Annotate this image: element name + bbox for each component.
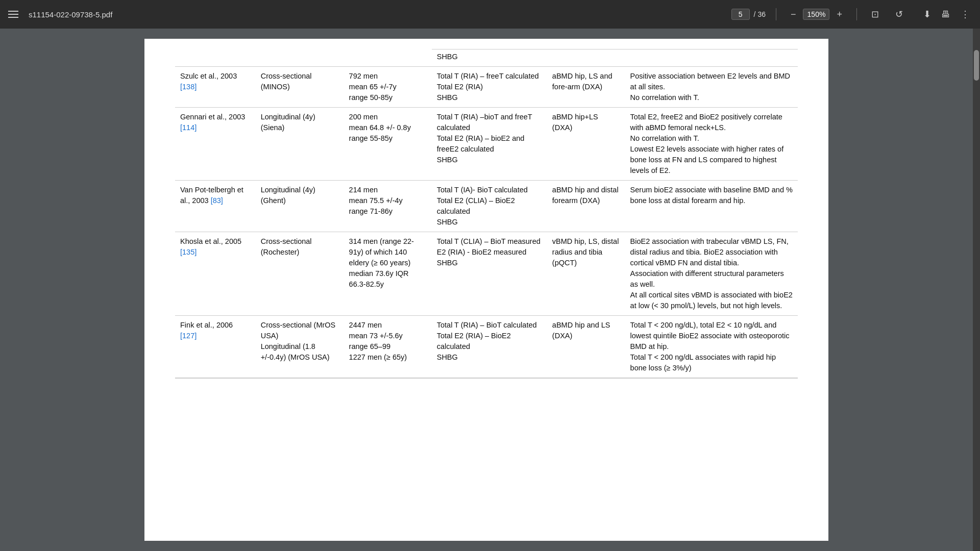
zoom-out-button[interactable]: −	[787, 7, 800, 22]
divider-1	[776, 8, 776, 20]
cell-bone-measure: aBMD hip and distal forearm (DXA)	[547, 181, 625, 232]
right-toolbar-icons: ⬇ 🖶 ⋮	[919, 7, 974, 22]
page-wrapper[interactable]: SHBG Szulc et al., 2003 [138] Cross-sect…	[0, 29, 973, 551]
cell-bone-measure: aBMD hip and LS (DXA)	[547, 316, 625, 378]
table-row: Szulc et al., 2003 [138] Cross-sectional…	[175, 67, 798, 108]
filename-label: s11154-022-09738-5.pdf	[29, 10, 112, 19]
zoom-input[interactable]	[803, 9, 829, 20]
content-area: SHBG Szulc et al., 2003 [138] Cross-sect…	[0, 29, 980, 551]
cell-population: 792 menmean 65 +/-7yrange 50-85y	[344, 67, 432, 108]
cell-findings: Positive association between E2 levels a…	[625, 67, 798, 108]
cell-bone-measure: aBMD hip+LS (DXA)	[547, 108, 625, 181]
cell-population: 314 men (range 22-91y) of which 140 elde…	[344, 232, 432, 316]
scrollbar[interactable]	[973, 29, 980, 551]
history-button[interactable]: ↺	[891, 7, 907, 22]
scrollbar-thumb[interactable]	[974, 50, 979, 81]
cell-study-partial	[256, 49, 344, 67]
cell-study-type: Longitudinal (4y) (Siena)	[256, 108, 344, 181]
table-row: Khosla et al., 2005 [135] Cross-sectiona…	[175, 232, 798, 316]
cell-study-type: Longitudinal (4y) (Ghent)	[256, 181, 344, 232]
zoom-controls: − +	[787, 7, 846, 22]
page-number-input[interactable]	[731, 9, 750, 20]
menu-button[interactable]	[6, 9, 20, 20]
cell-hormones: Total T (RIA) – freeT calculated Total E…	[432, 67, 547, 108]
cell-study-type: Cross-sectional (MrOS USA)Longitudinal (…	[256, 316, 344, 378]
table-row: Fink et al., 2006 [127] Cross-sectional …	[175, 316, 798, 378]
cell-ref: Gennari et al., 2003 [114]	[175, 108, 256, 181]
cell-study-type: Cross-sectional (MINOS)	[256, 67, 344, 108]
cell-ref: Khosla et al., 2005 [135]	[175, 232, 256, 316]
cell-ref: Fink et al., 2006 [127]	[175, 316, 256, 378]
cell-hormones: Total T (RIA) – BioT calculated Total E2…	[432, 316, 547, 378]
ref-link-127[interactable]: [127]	[180, 332, 197, 340]
cell-findings: Total E2, freeE2 and BioE2 positively co…	[625, 108, 798, 181]
cell-findings: Total T < 200 ng/dL), total E2 < 10 ng/d…	[625, 316, 798, 378]
cell-population: 200 menmean 64.8 +/- 0.8yrange 55-85y	[344, 108, 432, 181]
table-row-partial: SHBG	[175, 49, 798, 67]
cell-findings-partial	[625, 49, 798, 67]
pdf-page: SHBG Szulc et al., 2003 [138] Cross-sect…	[144, 39, 828, 541]
table-row: Van Pot-telbergh et al., 2003 [83] Longi…	[175, 181, 798, 232]
cell-findings: BioE2 association with trabecular vBMD L…	[625, 232, 798, 316]
page-separator: / 36	[754, 10, 766, 18]
cell-bone-partial	[547, 49, 625, 67]
ref-link-138[interactable]: [138]	[180, 83, 197, 91]
divider-2	[856, 8, 857, 20]
cell-ref: Van Pot-telbergh et al., 2003 [83]	[175, 181, 256, 232]
print-button[interactable]: 🖶	[937, 7, 954, 22]
ref-link-114[interactable]: [114]	[180, 123, 197, 132]
cell-ref: Szulc et al., 2003 [138]	[175, 67, 256, 108]
cell-findings: Serum bioE2 associate with baseline BMD …	[625, 181, 798, 232]
cell-hormones: Total T (CLIA) – BioT measured E2 (RIA) …	[432, 232, 547, 316]
cell-hormones: Total T (IA)- BioT calculated Total E2 (…	[432, 181, 547, 232]
page-navigation: / 36	[731, 9, 766, 20]
cell-population: 2447 menmean 73 +/-5.6yrange 65–991227 m…	[344, 316, 432, 378]
cell-hormones-partial: SHBG	[432, 49, 547, 67]
more-options-button[interactable]: ⋮	[957, 7, 974, 22]
download-button[interactable]: ⬇	[919, 7, 935, 22]
cell-study-type: Cross-sectional (Rochester)	[256, 232, 344, 316]
research-table: SHBG Szulc et al., 2003 [138] Cross-sect…	[175, 49, 798, 378]
cell-pop-partial	[344, 49, 432, 67]
table-row: Gennari et al., 2003 [114] Longitudinal …	[175, 108, 798, 181]
cell-ref-partial	[175, 49, 256, 67]
ref-link-83[interactable]: [83]	[211, 196, 223, 205]
cell-bone-measure: vBMD hip, LS, distal radius and tibia (p…	[547, 232, 625, 316]
ref-link-135[interactable]: [135]	[180, 248, 197, 256]
cell-bone-measure: aBMD hip, LS and fore-arm (DXA)	[547, 67, 625, 108]
zoom-in-button[interactable]: +	[832, 7, 846, 22]
cell-hormones: Total T (RIA) –bioT and freeT calculated…	[432, 108, 547, 181]
toolbar: s11154-022-09738-5.pdf / 36 − + ⊡ ↺ ⬇ 🖶 …	[0, 0, 980, 29]
fit-page-button[interactable]: ⊡	[867, 7, 883, 22]
measured-text: measured	[507, 237, 540, 245]
cell-population: 214 menmean 75.5 +/-4yrange 71-86y	[344, 181, 432, 232]
